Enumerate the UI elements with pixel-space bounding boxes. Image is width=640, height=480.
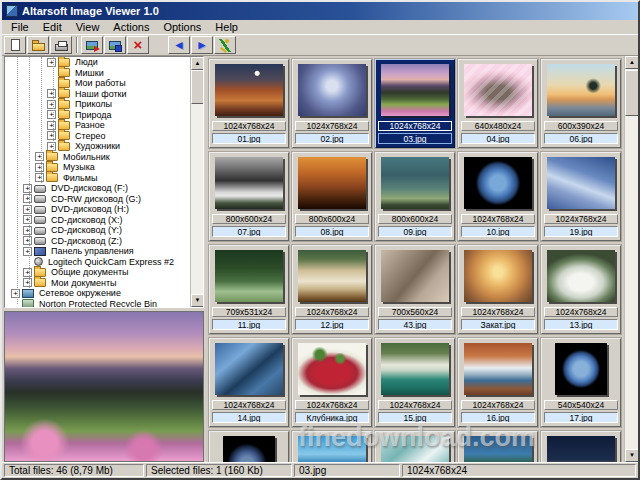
menu-item-actions[interactable]: Actions bbox=[106, 21, 156, 33]
tree-item[interactable]: +DVD-дисковод (H:) bbox=[5, 204, 190, 215]
expand-icon[interactable]: + bbox=[11, 289, 20, 298]
previous-button[interactable]: ◄ bbox=[168, 36, 190, 54]
thumbnail-cell[interactable] bbox=[458, 431, 538, 462]
thumbnail-cell[interactable]: 1024x768x2401.jpg bbox=[209, 59, 289, 148]
print-button[interactable] bbox=[50, 36, 72, 54]
tree-item[interactable]: +Наши фотки bbox=[5, 89, 190, 100]
open-folder-button[interactable] bbox=[27, 36, 49, 54]
thumbnail-image bbox=[298, 436, 366, 462]
tree-scrollbar[interactable]: ▲ ▼ bbox=[190, 57, 203, 307]
expand-icon[interactable]: + bbox=[35, 173, 44, 182]
thumbnail-cell[interactable]: 1024x768x2402.jpg bbox=[292, 59, 372, 148]
tree-item[interactable]: +Музыка bbox=[5, 162, 190, 173]
thumbnail-cell[interactable]: 600x390x2406.jpg bbox=[541, 59, 621, 148]
tree-item[interactable]: +CD-дисковод (Z:) bbox=[5, 236, 190, 247]
thumbnail-cell[interactable]: 1024x768x2403.jpg bbox=[375, 59, 455, 148]
thumbnail-cell[interactable]: 800x600x2407.jpg bbox=[209, 152, 289, 241]
tree-item[interactable]: +Мобильник bbox=[5, 152, 190, 163]
thumbnail-resolution: 540x540x24 bbox=[544, 400, 618, 410]
expand-icon[interactable]: + bbox=[23, 268, 32, 277]
expand-icon[interactable]: + bbox=[47, 100, 56, 109]
thumbnail-cell[interactable]: 800x600x2409.jpg bbox=[375, 152, 455, 241]
thumbnail-cell[interactable]: 1024x768x2415.jpg bbox=[375, 338, 455, 427]
expand-icon[interactable]: + bbox=[23, 205, 32, 214]
thumbnail-cell[interactable]: 709x531x2411.jpg bbox=[209, 245, 289, 334]
expand-icon[interactable]: + bbox=[35, 163, 44, 172]
next-button[interactable]: ► bbox=[191, 36, 213, 54]
thumbnail-cell[interactable] bbox=[541, 431, 621, 462]
tree-item[interactable]: +Художники bbox=[5, 141, 190, 152]
expand-icon[interactable]: + bbox=[35, 152, 44, 161]
scroll-up-icon[interactable]: ▲ bbox=[191, 57, 204, 70]
tree-scrollbar-thumb[interactable] bbox=[191, 70, 204, 104]
thumbnail-cell[interactable] bbox=[375, 431, 455, 462]
thumbnail-cell[interactable]: 700x560x2443.jpg bbox=[375, 245, 455, 334]
tree-item[interactable]: Мишки bbox=[5, 68, 190, 79]
tree-item-label: Norton Protected Recycle Bin bbox=[37, 299, 159, 307]
thumbnail-cell[interactable]: 800x600x2408.jpg bbox=[292, 152, 372, 241]
thumbnail-scrollbar[interactable]: ▲ ▼ bbox=[624, 56, 638, 462]
expand-icon[interactable]: + bbox=[23, 226, 32, 235]
thumbnail-cell[interactable]: 1024x768x2410.jpg bbox=[458, 152, 538, 241]
thumbnail-cell[interactable]: 1024x768x24Закат.jpg bbox=[458, 245, 538, 334]
tree-item-label: Художники bbox=[73, 141, 122, 151]
tree-item[interactable]: +Сетевое окружение bbox=[5, 288, 190, 299]
tree-item[interactable]: +Стерео bbox=[5, 131, 190, 142]
thumbnail-cell[interactable]: 1024x768x2416.jpg bbox=[458, 338, 538, 427]
menu-item-help[interactable]: Help bbox=[208, 21, 245, 33]
tree-item[interactable]: +Разное bbox=[5, 120, 190, 131]
tree-item[interactable]: +Мои документы bbox=[5, 278, 190, 289]
tree-item[interactable]: Norton Protected Recycle Bin bbox=[5, 299, 190, 308]
thumbnail-scrollbar-thumb[interactable] bbox=[625, 70, 639, 116]
thumbnail-cell[interactable]: 1024x768x2414.jpg bbox=[209, 338, 289, 427]
status-bar: Total files: 46 (8,79 Mb) Selected files… bbox=[2, 462, 638, 478]
menu-item-edit[interactable]: Edit bbox=[36, 21, 69, 33]
tree-item[interactable]: +Панель управления bbox=[5, 246, 190, 257]
tree-item[interactable]: +CD-дисковод (Y:) bbox=[5, 225, 190, 236]
tree-item[interactable]: Мои работы bbox=[5, 78, 190, 89]
expand-icon[interactable]: + bbox=[23, 215, 32, 224]
thumbnail-cell[interactable] bbox=[209, 431, 289, 462]
tree-item[interactable]: +Общие документы bbox=[5, 267, 190, 278]
thumbnail-cell[interactable]: 540x540x2417.jpg bbox=[541, 338, 621, 427]
title-bar[interactable]: Altarsoft Image Viewer 1.0 bbox=[2, 2, 638, 20]
tree-item[interactable]: Logitech QuickCam Express #2 bbox=[5, 257, 190, 268]
thumbnail-resolution: 1024x768x24 bbox=[461, 400, 535, 410]
menu-item-view[interactable]: View bbox=[69, 21, 107, 33]
tree-item[interactable]: +CD-дисковод (X:) bbox=[5, 215, 190, 226]
expand-icon[interactable]: + bbox=[23, 184, 32, 193]
menu-item-file[interactable]: File bbox=[4, 21, 36, 33]
thumbnail-resolution: 1024x768x24 bbox=[295, 307, 369, 317]
edit-image-button[interactable] bbox=[81, 36, 103, 54]
expand-icon[interactable]: + bbox=[47, 89, 56, 98]
scroll-down-icon[interactable]: ▼ bbox=[625, 449, 639, 462]
tree-item[interactable]: +Приколы bbox=[5, 99, 190, 110]
expand-icon[interactable]: + bbox=[23, 194, 32, 203]
tree-item[interactable]: +Люди bbox=[5, 57, 190, 68]
expand-icon[interactable]: + bbox=[47, 131, 56, 140]
thumbnail-cell[interactable]: 640x480x2404.jpg bbox=[458, 59, 538, 148]
new-file-button[interactable] bbox=[4, 36, 26, 54]
thumbnail-cell[interactable]: 1024x768x2419.jpg bbox=[541, 152, 621, 241]
scroll-up-icon[interactable]: ▲ bbox=[625, 56, 639, 69]
acquire-image-button[interactable] bbox=[104, 36, 126, 54]
tree-item[interactable]: +CD-RW дисковод (G:) bbox=[5, 194, 190, 205]
thumbnail-cell[interactable]: 1024x768x2413.jpg bbox=[541, 245, 621, 334]
tree-item[interactable]: +Природа bbox=[5, 110, 190, 121]
scroll-down-icon[interactable]: ▼ bbox=[191, 294, 204, 307]
expand-icon[interactable]: + bbox=[23, 278, 32, 287]
slideshow-button[interactable] bbox=[214, 36, 236, 54]
tree-item[interactable]: +DVD-дисковод (F:) bbox=[5, 183, 190, 194]
menu-item-options[interactable]: Options bbox=[156, 21, 208, 33]
expand-icon[interactable]: + bbox=[47, 121, 56, 130]
expand-icon[interactable]: + bbox=[47, 58, 56, 67]
expand-icon[interactable]: + bbox=[23, 247, 32, 256]
delete-button[interactable]: × bbox=[127, 36, 149, 54]
thumbnail-cell[interactable]: 1024x768x2412.jpg bbox=[292, 245, 372, 334]
expand-icon[interactable]: + bbox=[23, 236, 32, 245]
thumbnail-cell[interactable] bbox=[292, 431, 372, 462]
expand-icon[interactable]: + bbox=[47, 110, 56, 119]
tree-item[interactable]: +Фильмы bbox=[5, 173, 190, 184]
thumbnail-cell[interactable]: 1024x768x24Клубника.jpg bbox=[292, 338, 372, 427]
thumbnail-image bbox=[298, 250, 366, 302]
